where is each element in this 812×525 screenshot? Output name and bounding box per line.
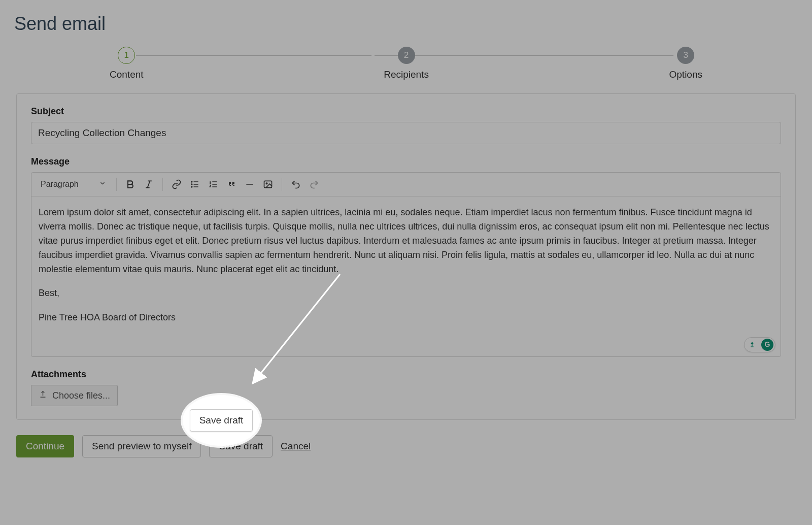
svg-line-2 bbox=[147, 181, 150, 187]
blockquote-button[interactable] bbox=[223, 176, 240, 193]
step-label: Recipients bbox=[384, 69, 429, 80]
step-number: 3 bbox=[677, 47, 694, 64]
message-label: Message bbox=[31, 156, 781, 167]
send-preview-button[interactable]: Send preview to myself bbox=[82, 435, 201, 457]
link-button[interactable] bbox=[168, 176, 185, 193]
subject-input[interactable] bbox=[31, 122, 781, 144]
action-bar: Continue Send preview to myself Save dra… bbox=[16, 435, 796, 457]
svg-point-14 bbox=[266, 183, 267, 184]
step-number: 2 bbox=[398, 47, 415, 64]
message-paragraph: Lorem ipsum dolor sit amet, consectetur … bbox=[39, 206, 773, 276]
horizontal-rule-button[interactable] bbox=[241, 176, 258, 193]
format-selector[interactable]: Paragraph bbox=[36, 178, 111, 191]
message-section: Message Paragraph bbox=[31, 156, 781, 357]
format-selector-label: Paragraph bbox=[41, 180, 79, 189]
step-number: 1 bbox=[118, 47, 135, 64]
wizard-step-content[interactable]: 1 Content bbox=[110, 47, 144, 80]
numbered-list-button[interactable] bbox=[205, 176, 222, 193]
upload-icon bbox=[39, 390, 47, 401]
svg-point-6 bbox=[191, 181, 192, 182]
attachments-label: Attachments bbox=[31, 369, 781, 380]
message-body[interactable]: Lorem ipsum dolor sit amet, consectetur … bbox=[31, 196, 781, 356]
stepper-connector bbox=[136, 55, 371, 56]
grammarly-widget[interactable]: G bbox=[744, 337, 775, 352]
attachments-section: Attachments Choose files... bbox=[31, 369, 781, 406]
save-draft-button[interactable]: Save draft bbox=[190, 409, 253, 432]
grammarly-status-icon[interactable]: G bbox=[761, 339, 773, 351]
choose-files-label: Choose files... bbox=[52, 390, 110, 401]
continue-button[interactable]: Continue bbox=[16, 435, 74, 457]
spotlight-highlight: Save draft bbox=[183, 395, 260, 446]
undo-button[interactable] bbox=[287, 176, 304, 193]
toolbar-separator bbox=[116, 178, 117, 191]
svg-rect-15 bbox=[751, 347, 753, 347]
editor-toolbar: Paragraph bbox=[31, 173, 781, 196]
subject-section: Subject bbox=[31, 106, 781, 144]
message-paragraph: Pine Tree HOA Board of Directors bbox=[39, 311, 773, 325]
italic-button[interactable] bbox=[140, 176, 157, 193]
page-title: Send email bbox=[14, 13, 798, 35]
content-panel: Subject Message Paragraph bbox=[16, 93, 796, 420]
step-label: Content bbox=[110, 69, 144, 80]
wizard-step-recipients[interactable]: 2 Recipients bbox=[384, 47, 429, 80]
bold-button[interactable] bbox=[122, 176, 139, 193]
wizard-step-options[interactable]: 3 Options bbox=[669, 47, 702, 80]
rich-text-editor: Paragraph bbox=[31, 172, 781, 357]
svg-point-8 bbox=[191, 186, 192, 187]
grammarly-upgrade-icon[interactable] bbox=[746, 339, 758, 351]
image-button[interactable] bbox=[259, 176, 277, 193]
toolbar-separator bbox=[282, 178, 282, 191]
wizard-stepper: 1 Content 2 Recipients 3 Options bbox=[14, 47, 798, 80]
step-label: Options bbox=[669, 69, 702, 80]
svg-point-7 bbox=[191, 184, 192, 185]
chevron-down-icon bbox=[99, 180, 106, 189]
toolbar-separator bbox=[162, 178, 163, 191]
choose-files-button[interactable]: Choose files... bbox=[31, 385, 118, 406]
redo-button[interactable] bbox=[306, 176, 323, 193]
subject-label: Subject bbox=[31, 106, 781, 117]
cancel-link[interactable]: Cancel bbox=[281, 441, 311, 452]
message-paragraph: Best, bbox=[39, 286, 773, 301]
bullet-list-button[interactable] bbox=[186, 176, 204, 193]
